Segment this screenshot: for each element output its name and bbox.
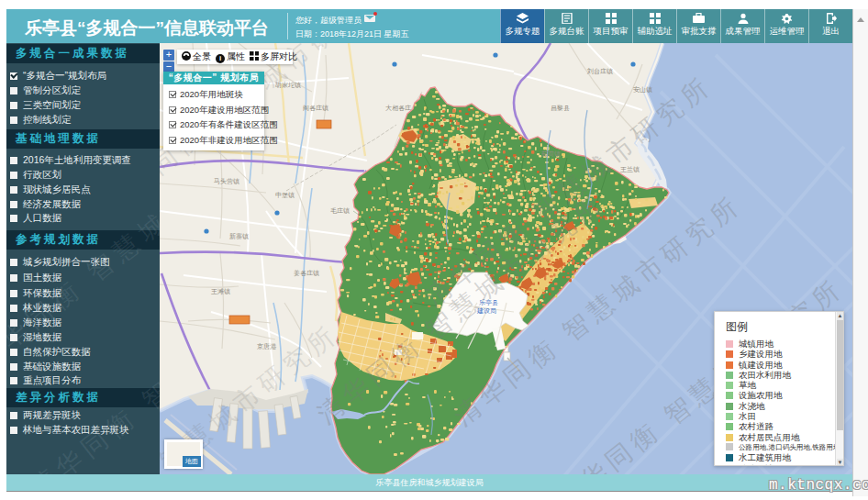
svg-text:昌黎县: 昌黎县: [551, 105, 570, 112]
svg-text:京唐港: 京唐港: [257, 342, 277, 350]
svg-text:姜各庄镇: 姜各庄镇: [294, 269, 319, 277]
svg-text:马头营镇: 马头营镇: [214, 178, 239, 185]
svg-text:刘台庄镇: 刘台庄镇: [586, 68, 613, 75]
svg-text:茹荷镇: 茹荷镇: [541, 150, 561, 158]
svg-text:王滩镇: 王滩镇: [211, 288, 230, 295]
svg-text:中堡镇: 中堡镇: [275, 192, 295, 199]
svg-text:安山镇: 安山镇: [633, 86, 652, 94]
svg-text:大相各庄: 大相各庄: [385, 105, 411, 112]
svg-text:阎各庄镇: 阎各庄镇: [303, 105, 328, 112]
svg-text:新寨镇: 新寨镇: [229, 232, 249, 240]
svg-text:毛庄镇: 毛庄镇: [330, 207, 350, 215]
